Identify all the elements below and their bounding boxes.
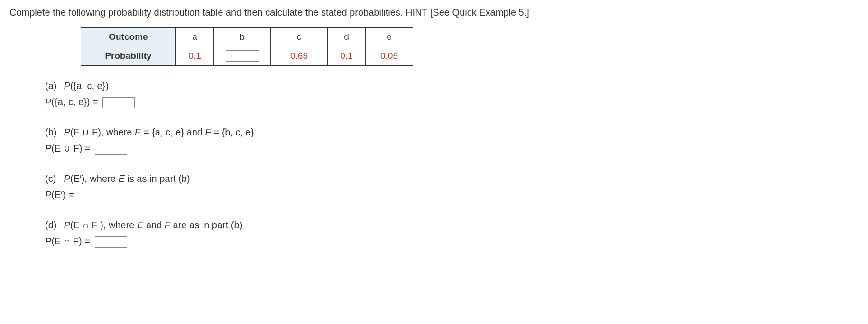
prob-c: 0.65 (271, 46, 328, 66)
part-a: (a) P({a, c, e}) P({a, c, e}) = (45, 78, 859, 110)
text: (E ∩ F) = (51, 236, 90, 246)
text: (E ∩ F ), where (70, 220, 137, 230)
part-d-question: (d) P(E ∩ F ), where E and F are as in p… (45, 217, 859, 233)
instruction-text: Complete the following probability distr… (9, 7, 859, 18)
prob-b-cell (214, 46, 271, 66)
e-symbol: E (137, 220, 143, 230)
p-symbol: P (64, 173, 70, 184)
outcome-a: a (176, 28, 214, 46)
prob-d: 0.1 (328, 46, 366, 66)
table-row: Outcome a b c d e (81, 28, 413, 46)
e-symbol: E (118, 173, 124, 184)
part-a-question: (a) P({a, c, e}) (45, 78, 859, 94)
p-symbol: P (45, 236, 51, 246)
probability-table: Outcome a b c d e Probability 0.1 0.65 0… (81, 27, 859, 66)
f-symbol: F (165, 220, 170, 230)
text: are as in part (b) (170, 220, 242, 230)
probability-header: Probability (81, 46, 176, 66)
part-b: (b) P(E ∪ F), where E = {a, c, e} and F … (45, 124, 859, 156)
part-d: (d) P(E ∩ F ), where E and F are as in p… (45, 217, 859, 249)
part-d-input[interactable] (95, 236, 127, 248)
part-c-question: (c) P(E′), where E is as in part (b) (45, 171, 859, 187)
text: is as in part (b) (125, 173, 190, 184)
part-a-input[interactable] (102, 97, 135, 108)
p-symbol: P (45, 189, 51, 200)
p-symbol: P (45, 97, 51, 107)
p-symbol: P (64, 127, 70, 137)
outcome-c: c (271, 28, 328, 46)
text: = {b, c, e} (211, 127, 254, 137)
set-text: ({a, c, e}) = (51, 97, 98, 107)
outcome-b: b (214, 28, 271, 46)
part-d-label: (d) (45, 217, 61, 233)
part-b-label: (b) (45, 124, 61, 140)
part-d-answer-line: P(E ∩ F) = (45, 233, 859, 249)
text: = {a, c, e} and (141, 127, 205, 137)
part-b-question: (b) P(E ∪ F), where E = {a, c, e} and F … (45, 124, 859, 140)
e-symbol: E (135, 127, 141, 137)
prob-a: 0.1 (176, 46, 214, 66)
p-symbol: P (64, 220, 70, 230)
part-c: (c) P(E′), where E is as in part (b) P(E… (45, 171, 859, 203)
part-b-answer-line: P(E ∪ F) = (45, 140, 859, 156)
p-symbol: P (45, 143, 51, 153)
outcome-header: Outcome (81, 28, 176, 46)
part-c-label: (c) (45, 171, 61, 187)
p-symbol: P (64, 81, 70, 91)
part-a-answer-line: P({a, c, e}) = (45, 94, 859, 110)
outcome-e: e (366, 28, 413, 46)
text: (E′) = (51, 189, 74, 200)
text: (E′), where (70, 173, 119, 184)
text: (E ∪ F), where (70, 127, 135, 137)
prob-b-input[interactable] (226, 50, 259, 62)
part-c-input[interactable] (79, 190, 111, 201)
prob-e: 0.05 (366, 46, 413, 66)
part-a-label: (a) (45, 78, 61, 94)
f-symbol: F (205, 127, 211, 137)
outcome-d: d (328, 28, 366, 46)
part-c-answer-line: P(E′) = (45, 187, 859, 203)
part-b-input[interactable] (95, 144, 127, 155)
set-text: ({a, c, e}) (70, 81, 109, 91)
text: and (143, 220, 164, 230)
table-row: Probability 0.1 0.65 0.1 0.05 (81, 46, 413, 66)
text: (E ∪ F) = (51, 143, 90, 153)
